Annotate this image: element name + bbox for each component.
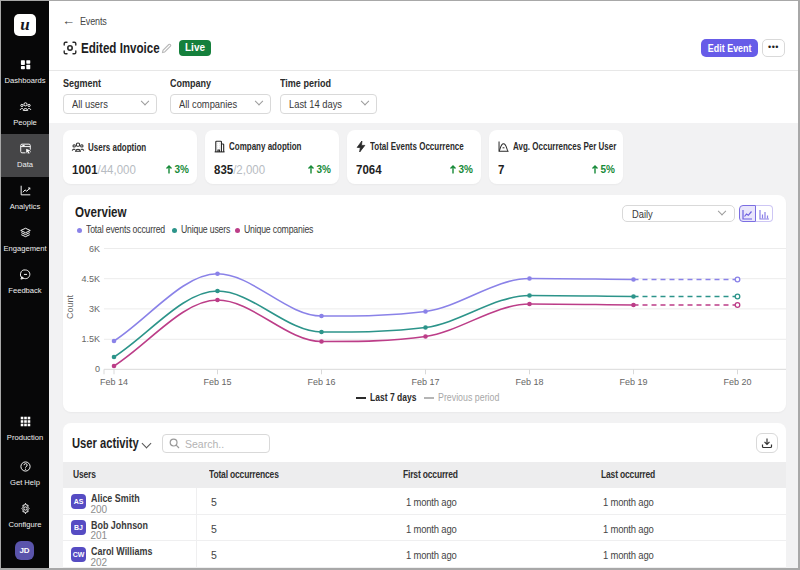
svg-text:Count: Count [65,295,75,320]
svg-text:Feb 19: Feb 19 [619,377,647,387]
svg-text:6K: 6K [89,244,100,254]
svg-text:1.5K: 1.5K [81,334,100,344]
svg-text:Feb 15: Feb 15 [203,377,231,387]
svg-text:Feb 17: Feb 17 [411,377,439,387]
svg-text:Feb 20: Feb 20 [723,377,751,387]
svg-text:Feb 16: Feb 16 [307,377,335,387]
svg-text:4.5K: 4.5K [81,274,100,284]
svg-text:Feb 18: Feb 18 [515,377,543,387]
svg-text:0: 0 [95,364,100,374]
svg-text:3K: 3K [89,304,100,314]
svg-text:Feb 14: Feb 14 [100,377,128,387]
